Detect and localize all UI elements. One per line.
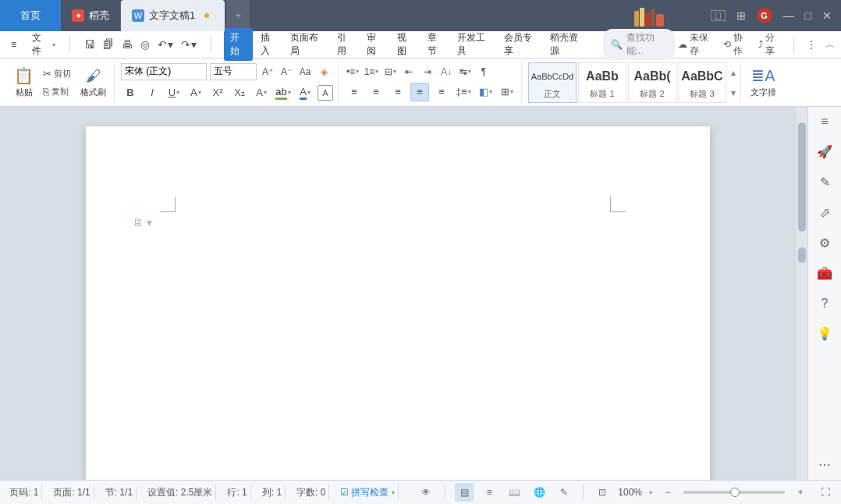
tab-review[interactable]: 审阅	[360, 28, 389, 61]
underline-button[interactable]: U▾	[165, 83, 183, 102]
tab-insert[interactable]: 插入	[254, 28, 283, 61]
style-normal[interactable]: AaBbCcDd 正文	[528, 62, 577, 103]
tab-sections[interactable]: 章节	[421, 28, 450, 61]
tab-member[interactable]: 会员专享	[498, 28, 542, 61]
align-center-button[interactable]: ≡	[367, 83, 385, 101]
paste-button[interactable]: 📋 粘贴	[11, 65, 37, 100]
maximize-button[interactable]: □	[805, 9, 811, 22]
rocket-icon[interactable]: 🚀	[817, 144, 832, 159]
font-color-button[interactable]: A▾	[296, 83, 314, 102]
show-marks-button[interactable]: ¶	[476, 64, 491, 80]
settings-sliders-icon[interactable]: ⚙	[819, 236, 830, 250]
user-avatar[interactable]: G	[757, 8, 772, 23]
superscript-button[interactable]: X²	[208, 83, 227, 102]
status-indent[interactable]: 设置值: 2.5厘米	[144, 484, 216, 500]
copy-button[interactable]: ⎘复制	[41, 84, 73, 99]
borders-button[interactable]: ⊞▾	[498, 83, 516, 101]
align-left-button[interactable]: ≡	[345, 83, 364, 101]
document-page[interactable]: 🗎 ▾	[86, 126, 710, 480]
toolbox-icon[interactable]: 🧰	[817, 266, 832, 281]
menu-hamburger[interactable]: ≡	[6, 37, 21, 52]
collab-button[interactable]: ⟲协作	[723, 31, 749, 58]
undo-button[interactable]: ↶▾	[158, 38, 173, 51]
font-size-select[interactable]	[210, 63, 257, 80]
collapse-ribbon-icon[interactable]: ︿	[825, 38, 835, 51]
align-right-button[interactable]: ≡	[389, 83, 407, 101]
tab-docer-resources[interactable]: 稻壳资源	[544, 28, 588, 61]
zoom-out-button[interactable]: −	[658, 483, 677, 502]
print-preview-icon[interactable]: 🗐	[103, 38, 114, 51]
styles-scroll-up-icon[interactable]: ▴	[731, 67, 736, 78]
char-border-button[interactable]: A	[318, 85, 333, 101]
page-view-button[interactable]: ▤	[455, 483, 474, 502]
style-heading3[interactable]: AaBbC 标题 3	[678, 62, 726, 103]
print-icon[interactable]: 🖶	[122, 38, 133, 51]
more-icon[interactable]: ⋯	[818, 457, 831, 472]
status-col[interactable]: 列: 1	[259, 484, 286, 500]
multilevel-button[interactable]: ⊟▾	[382, 64, 398, 80]
decrease-indent-button[interactable]: ⇤	[401, 64, 417, 80]
bold-button[interactable]: B	[121, 83, 140, 102]
redo-button[interactable]: ↷▾	[181, 38, 197, 51]
line-spacing-button[interactable]: ‡≡▾	[454, 83, 473, 101]
minimize-button[interactable]: —	[783, 9, 794, 22]
web-view-button[interactable]: 🌐	[530, 483, 548, 502]
shading-button[interactable]: ◧▾	[476, 83, 495, 101]
tabs-button[interactable]: ↹▾	[457, 64, 473, 80]
close-button[interactable]: ✕	[822, 9, 832, 22]
tab-page-layout[interactable]: 页面布局	[284, 28, 328, 61]
save-icon[interactable]: 🖫	[84, 38, 95, 51]
style-heading2[interactable]: AaBb( 标题 2	[628, 62, 676, 103]
numbering-button[interactable]: 1≡▾	[364, 64, 379, 80]
fit-page-button[interactable]: ⊡	[593, 483, 612, 502]
hamburger-panel-icon[interactable]: ≡	[821, 115, 828, 129]
zoom-slider-handle[interactable]	[730, 488, 740, 497]
tab-view[interactable]: 视图	[391, 28, 420, 61]
file-menu[interactable]: 文件▾	[27, 29, 60, 60]
fullscreen-button[interactable]: ⛶	[816, 483, 835, 502]
italic-button[interactable]: I	[143, 83, 161, 102]
tab-home[interactable]: 首页	[0, 0, 61, 31]
highlight-button[interactable]: ab▾	[274, 83, 293, 102]
strikethrough-button[interactable]: A̵▾	[186, 83, 205, 102]
style-heading1[interactable]: AaBb 标题 1	[578, 62, 626, 103]
subscript-button[interactable]: X₂	[230, 83, 249, 102]
status-pageno[interactable]: 页码: 1	[6, 484, 42, 500]
pencil-icon[interactable]: ✎	[820, 175, 830, 190]
styles-expand-icon[interactable]: ▾	[731, 87, 736, 98]
text-effects-button[interactable]: A▾	[252, 83, 271, 102]
search-box[interactable]: 🔍 查找功能...	[603, 29, 676, 60]
tab-add-button[interactable]: +	[226, 0, 250, 31]
smart-tag-button[interactable]: 🗎 ▾	[133, 216, 152, 229]
status-chars[interactable]: 字数: 0	[293, 484, 329, 500]
cursor-icon[interactable]: ⬀	[820, 205, 830, 220]
zoom-slider[interactable]	[683, 491, 785, 494]
chevron-down-icon[interactable]: ▾	[649, 489, 652, 496]
status-page[interactable]: 页面: 1/1	[50, 484, 94, 500]
tab-document[interactable]: W 文字文稿1	[121, 0, 225, 31]
tab-developer[interactable]: 开发工具	[451, 28, 495, 61]
tab-start[interactable]: 开始	[224, 28, 253, 61]
tab-docer[interactable]: ✦ 稻壳	[61, 0, 121, 31]
apps-icon[interactable]: ⊞	[736, 9, 746, 22]
clear-format-button[interactable]: ◈	[316, 64, 332, 80]
read-view-button[interactable]: 📖	[505, 483, 523, 502]
layout-icon[interactable]: ⎕	[711, 10, 726, 21]
preview-icon[interactable]: ◎	[140, 38, 150, 51]
vertical-scrollbar[interactable]	[797, 107, 807, 480]
scrollbar-thumb-2[interactable]	[798, 247, 806, 263]
decrease-font-button[interactable]: A⁻	[279, 64, 294, 80]
eye-mode-button[interactable]: 👁	[417, 483, 435, 502]
idea-icon[interactable]: 💡	[817, 326, 832, 341]
change-case-button[interactable]: Aa	[297, 64, 313, 80]
draft-view-button[interactable]: ✎	[555, 483, 573, 502]
distribute-button[interactable]: ≡	[432, 83, 451, 101]
increase-font-button[interactable]: A⁺	[260, 64, 275, 80]
text-arrange-button[interactable]: ≣A 文字排	[747, 65, 779, 100]
spell-check-button[interactable]: ☑ 拼写检查 ▾	[337, 484, 399, 500]
zoom-level[interactable]: 100%	[618, 487, 642, 498]
increase-indent-button[interactable]: ⇥	[420, 64, 435, 80]
help-icon[interactable]: ?	[821, 296, 829, 311]
font-family-select[interactable]	[121, 63, 207, 80]
menu-more-icon[interactable]: ⋮	[807, 39, 816, 50]
